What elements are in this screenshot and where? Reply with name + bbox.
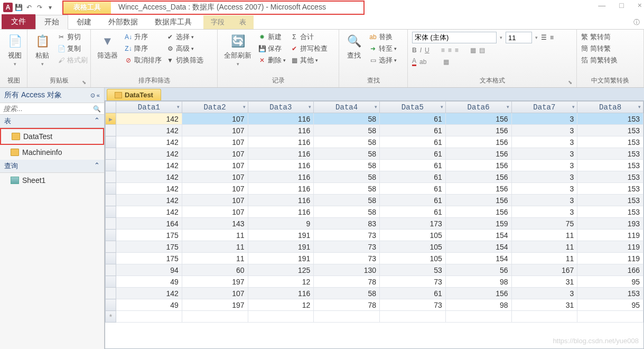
cell[interactable]: 61 [380,113,446,125]
cell[interactable]: 191 [248,241,314,253]
cell[interactable]: 119 [577,241,643,253]
replace-button[interactable]: ab替换 [369,32,397,42]
cell[interactable]: 153 [577,206,643,218]
cell[interactable]: 61 [380,171,446,183]
cell[interactable]: 116 [248,160,314,171]
row-selector[interactable] [106,171,116,183]
cell[interactable]: 156 [445,136,511,148]
cell[interactable]: 107 [182,171,248,183]
cell[interactable]: 191 [248,253,314,264]
chevron-down-icon[interactable]: ▾ [535,35,538,40]
chevron-down-icon[interactable]: ▾ [500,35,502,40]
row-selector[interactable] [106,148,116,160]
cell[interactable]: 156 [445,195,511,206]
cell[interactable]: 142 [116,288,182,299]
cell[interactable]: 153 [577,288,643,299]
cell[interactable]: 156 [445,288,511,299]
cell[interactable]: 107 [182,125,248,136]
bold-icon[interactable]: B [412,47,417,54]
cell[interactable]: 143 [182,218,248,229]
table-row[interactable]: 16414398317315975193 [106,218,643,229]
cell[interactable]: 107 [182,113,248,125]
row-selector[interactable] [106,183,116,195]
cell[interactable]: 116 [248,136,314,148]
tc-to-sc-button[interactable]: 簡 简转繁 [581,43,618,54]
cell[interactable] [511,311,577,323]
tab-table[interactable]: 表 [232,15,254,29]
cell[interactable]: 142 [116,171,182,183]
table-row[interactable]: 94601251305356167166 [106,264,643,276]
column-header[interactable]: Data5▾ [380,102,446,113]
underline-icon[interactable]: U [425,47,430,54]
table-row[interactable]: 14210711658611563153 [106,136,643,148]
cell[interactable]: 116 [248,171,314,183]
cell[interactable]: 153 [577,136,643,148]
totals-button[interactable]: Σ合计 [290,32,328,42]
column-header[interactable]: Data7▾ [511,102,577,113]
cell[interactable]: 73 [380,276,446,288]
cell[interactable]: 153 [577,113,643,125]
row-selector[interactable] [106,229,116,241]
cell[interactable]: 98 [445,299,511,311]
cell[interactable]: 58 [314,183,380,195]
cell[interactable]: 73 [314,229,380,241]
cell[interactable]: 78 [314,276,380,288]
chevron-down-icon[interactable]: ▾ [572,104,575,109]
nav-section-tables[interactable]: 表⌃ [0,115,104,128]
cell[interactable]: 119 [577,229,643,241]
cell[interactable]: 61 [380,136,446,148]
qat-customize-icon[interactable]: ▾ [45,3,55,12]
cell[interactable] [116,311,182,323]
cell[interactable]: 193 [577,218,643,229]
cell[interactable]: 197 [182,276,248,288]
table-row[interactable]: 175111917310515411119 [106,229,643,241]
table-row[interactable]: 14210711658611563153 [106,183,643,195]
nav-item-machineinfo[interactable]: Machineinfo [0,145,104,160]
cell[interactable]: 130 [314,264,380,276]
cell[interactable]: 107 [182,136,248,148]
cell[interactable]: 154 [445,253,511,264]
tab-external-data[interactable]: 外部数据 [100,15,146,29]
cell[interactable]: 58 [314,148,380,160]
selection-button[interactable]: ✔选择▾ [166,32,203,42]
cell[interactable]: 156 [445,148,511,160]
cell[interactable]: 107 [182,160,248,171]
cell[interactable]: 154 [445,241,511,253]
table-row[interactable]: 14210711658611563153 [106,195,643,206]
chevron-down-icon[interactable]: ▾ [243,104,246,109]
alt-row-color-icon[interactable]: ▤ [479,47,485,54]
cell[interactable]: 142 [116,125,182,136]
row-selector[interactable] [106,206,116,218]
table-row[interactable]: 14210711658611563153 [106,206,643,218]
cell[interactable]: 11 [182,229,248,241]
row-selector[interactable]: * [106,311,116,323]
cell[interactable]: 73 [380,299,446,311]
cell[interactable] [577,311,643,323]
cell[interactable] [314,311,380,323]
sort-desc-button[interactable]: Z↓降序 [124,43,162,54]
cell[interactable]: 125 [248,264,314,276]
cell[interactable]: 107 [182,288,248,299]
row-selector[interactable] [106,288,116,299]
column-header[interactable]: Data8▾ [577,102,643,113]
cell[interactable]: 153 [577,195,643,206]
gridlines-icon[interactable]: ▦ [443,58,449,66]
table-row[interactable]: 49197127873983195 [106,299,643,311]
minimize-button[interactable]: — [598,1,605,10]
cell[interactable]: 105 [380,229,446,241]
table-row[interactable]: 14210711658611563153 [106,148,643,160]
cell[interactable]: 61 [380,125,446,136]
table-row[interactable]: 14210711658611563153 [106,160,643,171]
cell[interactable]: 116 [248,183,314,195]
cell[interactable]: 142 [116,160,182,171]
select-button[interactable]: ▭选择▾ [369,55,397,66]
cell[interactable]: 11 [182,241,248,253]
nav-header[interactable]: 所有 Access 对象 ⊙ « [0,88,104,103]
cell[interactable]: 142 [116,148,182,160]
cell[interactable]: 105 [380,241,446,253]
tab-home[interactable]: 开始 [35,15,68,30]
align-left-icon[interactable]: ≡ [441,47,445,54]
sort-asc-button[interactable]: A↓升序 [124,32,162,42]
cell[interactable]: 31 [511,276,577,288]
cell[interactable]: 142 [116,136,182,148]
